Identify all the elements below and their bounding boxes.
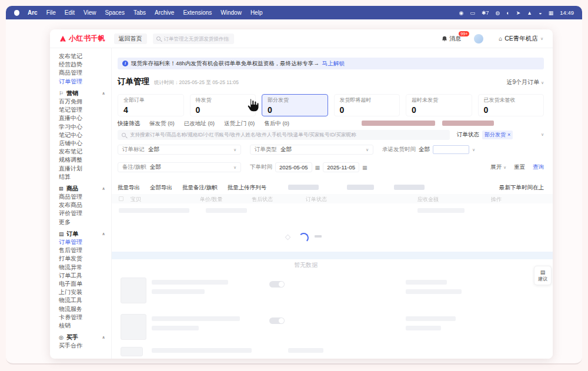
menubar-status-icon[interactable]: ✱7: [482, 10, 489, 16]
messages-button[interactable]: 消息 99+: [442, 35, 461, 43]
menubar-status-icon[interactable]: ◍: [496, 10, 500, 16]
sidebar-item[interactable]: 打单发货: [59, 255, 111, 263]
sidebar-item[interactable]: 经营趋势: [59, 61, 111, 69]
sidebar-item[interactable]: ◎ 买手 ∧: [59, 333, 111, 342]
order-range-select[interactable]: 近9个月订单 ∨: [507, 78, 544, 86]
sidebar-item[interactable]: ⊞ 商品 ∧: [59, 185, 111, 193]
sidebar-item[interactable]: 学习中心: [59, 123, 111, 131]
sidebar-item[interactable]: 物流异常: [59, 263, 111, 272]
menubar-status-icon[interactable]: ➤: [516, 10, 521, 16]
sidebar-item[interactable]: 规格调整: [59, 156, 111, 164]
sidebar-item[interactable]: 直播计划: [59, 164, 111, 172]
menubar-item[interactable]: Tabs: [133, 9, 146, 16]
quick-filter-tab[interactable]: 催发货 (0): [149, 120, 175, 128]
sidebar-item[interactable]: 订单工具: [59, 272, 111, 280]
shop-switcher[interactable]: ⌂ CE青年机店 ∨: [499, 35, 543, 43]
sidebar-item[interactable]: 上门安装: [59, 288, 111, 296]
apple-icon[interactable]: [14, 10, 19, 16]
sidebar-item[interactable]: 订单管理: [59, 78, 111, 86]
chevron-down-icon[interactable]: ∨: [541, 132, 544, 137]
menubar-item[interactable]: Help: [250, 9, 263, 16]
sidebar-item[interactable]: ⚐ 营销 ∧: [59, 89, 111, 98]
menubar-status-icon[interactable]: ◒: [539, 10, 542, 16]
batch-action-button[interactable]: 批量导出: [118, 184, 140, 192]
sidebar-item[interactable]: 买手合作: [59, 342, 111, 350]
sidebar-item[interactable]: 订单管理: [59, 238, 111, 246]
sidebar-item[interactable]: 店铺中心: [59, 139, 111, 148]
sidebar-item[interactable]: ▤ 订单 ∧: [59, 230, 111, 238]
menubar-status-icon[interactable]: ◐: [506, 10, 509, 16]
batch-action-button[interactable]: 批量上传序列号: [228, 184, 267, 192]
remark-flag-select[interactable]: 备注/旗帜全部 ∨: [118, 162, 241, 172]
sidebar-item[interactable]: 结算: [59, 173, 111, 181]
sidebar-item[interactable]: 评价管理: [59, 209, 111, 218]
menubar-status-icon[interactable]: ▲: [527, 10, 532, 16]
stat-card[interactable]: 部分发货 0: [262, 94, 328, 116]
sidebar-item[interactable]: 商品管理: [59, 69, 111, 77]
stat-card[interactable]: 已发货未签收 0: [478, 94, 544, 116]
skeleton-bar: [406, 289, 462, 294]
order-mark-select[interactable]: 订单标记全部 ∨: [118, 145, 241, 155]
skeleton-bar: [417, 208, 465, 213]
reset-button[interactable]: 重置: [514, 163, 525, 171]
menubar-item[interactable]: Spaces: [105, 9, 125, 16]
feedback-button[interactable]: ▤ 建议: [534, 266, 552, 285]
menubar-item[interactable]: View: [83, 9, 96, 16]
promise-time-input[interactable]: [433, 145, 469, 154]
sidebar-item[interactable]: 核销: [59, 322, 111, 330]
sidebar-item[interactable]: 发布笔记: [59, 148, 111, 156]
menubar-item[interactable]: Arc: [28, 9, 38, 16]
stat-card[interactable]: 发货即将超时 0: [334, 94, 400, 116]
query-button[interactable]: 查询: [533, 163, 544, 171]
date-start-input[interactable]: 2025-05-05: [275, 162, 312, 172]
menubar-item[interactable]: Extensions: [183, 9, 212, 16]
quick-filter-tab[interactable]: 送货上门 (0): [224, 120, 255, 128]
sidebar-item[interactable]: 售后管理: [59, 246, 111, 255]
close-icon[interactable]: ×: [507, 132, 510, 138]
menubar-item[interactable]: Edit: [65, 9, 75, 16]
sidebar-item[interactable]: 直播中心: [59, 114, 111, 122]
stat-card[interactable]: 超时未发货 0: [406, 94, 472, 116]
order-search[interactable]: [118, 130, 450, 140]
sort-select[interactable]: 最新下单时间在上: [499, 184, 544, 192]
order-type-select[interactable]: 订单类型全部 ∨: [250, 145, 373, 155]
logo[interactable]: 小红书千帆: [59, 34, 106, 44]
sidebar-item[interactable]: 发布商品: [59, 201, 111, 209]
sidebar-item[interactable]: 电子面单: [59, 280, 111, 288]
sidebar-item[interactable]: 物流工具: [59, 296, 111, 305]
status-chip[interactable]: 部分发货×: [482, 131, 513, 139]
stat-card[interactable]: 全部订单 4: [118, 94, 184, 116]
avatar[interactable]: [474, 34, 483, 44]
batch-action-button[interactable]: 全部导出: [150, 184, 172, 192]
quick-filter-tab[interactable]: 售后中 (0): [264, 120, 289, 128]
promise-time-filter[interactable]: 承诺发货时间 全部 ∨: [382, 145, 475, 154]
sidebar-section-icon: ◎: [59, 335, 66, 340]
sidebar-item[interactable]: 发布笔记: [59, 52, 111, 61]
order-status-filter[interactable]: 订单状态 部分发货×: [457, 131, 513, 139]
sidebar-item[interactable]: 商品管理: [59, 193, 111, 201]
order-search-input[interactable]: [129, 131, 446, 138]
menubar-item[interactable]: Archive: [155, 9, 174, 16]
quick-filter-tab[interactable]: 快捷筛选: [118, 120, 140, 128]
banner-link[interactable]: 马上解锁: [322, 60, 345, 68]
batch-action-button[interactable]: 批量备注/旗帜: [182, 184, 218, 192]
header-search[interactable]: [153, 34, 234, 44]
header-search-input[interactable]: [163, 35, 230, 42]
back-home-button[interactable]: 返回首页: [114, 34, 147, 44]
menubar-status-icon[interactable]: ▦: [549, 10, 554, 16]
sidebar-item[interactable]: 物流服务: [59, 305, 111, 313]
select-all-checkbox[interactable]: [119, 196, 123, 201]
sidebar-item[interactable]: 更多: [59, 218, 111, 226]
sidebar-item[interactable]: 百万免佣: [59, 98, 111, 106]
quick-filter-tab[interactable]: 已改地址 (0): [184, 120, 215, 128]
sidebar-item[interactable]: 卡券管理: [59, 313, 111, 322]
date-end-input[interactable]: 2025-11-05: [323, 162, 359, 172]
sidebar-item[interactable]: 笔记管理: [59, 106, 111, 114]
menubar-status-icon[interactable]: ◉: [459, 10, 464, 16]
stat-card[interactable]: 待发货 0: [190, 94, 256, 116]
expand-button[interactable]: 展开 ∨: [490, 163, 506, 171]
menubar-item[interactable]: Window: [220, 9, 242, 16]
menubar-status-icon[interactable]: ▭: [470, 10, 475, 16]
sidebar-item[interactable]: 笔记中心: [59, 131, 111, 139]
menubar-item[interactable]: File: [46, 9, 56, 16]
